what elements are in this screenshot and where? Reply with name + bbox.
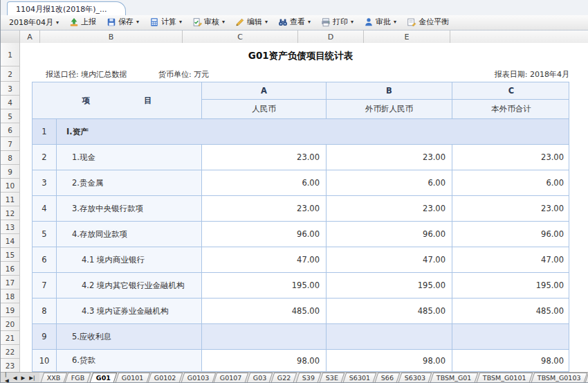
table-row-8-value-3[interactable]: 485.00 xyxy=(452,299,569,324)
table-row-5-number[interactable]: 5 xyxy=(33,222,57,247)
sheet-nav-first-icon[interactable]: |◀ xyxy=(3,371,11,383)
sheet-tab-TBSM_G01[interactable]: TBSM_G01 xyxy=(430,373,478,382)
sheet-tab-G0103[interactable]: G0103 xyxy=(181,373,215,382)
calculate-button[interactable]: 计算▾ xyxy=(145,15,186,28)
audit-button[interactable]: 审核▾ xyxy=(188,15,229,28)
table-row-7-item[interactable]: 4.2 境内其它银行业金融机构 xyxy=(57,273,202,299)
row-header-13[interactable]: 13 xyxy=(1,220,20,234)
sheet-tab-FGB[interactable]: FGB xyxy=(65,373,91,382)
row-header-12[interactable]: 12 xyxy=(1,206,20,220)
table-row-2-value-1[interactable]: 23.00 xyxy=(202,145,327,170)
table-row-5-value-3[interactable]: 96.00 xyxy=(452,222,569,247)
sheet-tab-S39[interactable]: S39 xyxy=(295,373,321,382)
table-row-8-value-1[interactable]: 485.00 xyxy=(202,299,327,324)
table-row-4-value-1[interactable]: 23.00 xyxy=(202,196,327,222)
sheet-tab-G0101[interactable]: G0101 xyxy=(115,373,149,382)
sheet-tab-G03[interactable]: G03 xyxy=(246,373,273,382)
row-header-19[interactable]: 19 xyxy=(1,303,20,317)
table-row-8-item[interactable]: 4.3 境内证券业金融机构 xyxy=(57,299,202,324)
row-header-17[interactable]: 17 xyxy=(1,276,20,290)
submit-button[interactable]: 上报 xyxy=(65,15,100,28)
table-row-6-value-1[interactable]: 47.00 xyxy=(202,247,327,273)
document-tab[interactable]: 1104月报1改(2018年)_... xyxy=(7,1,126,16)
row-header-18[interactable]: 18 xyxy=(1,290,20,303)
sheet-tab-TBSM_G0103[interactable]: TBSM_G0103 xyxy=(531,373,587,382)
row-header-21[interactable]: 21 xyxy=(1,331,20,345)
sheet-tab-XXB[interactable]: XXB xyxy=(40,373,66,382)
table-row-7-value-1[interactable]: 195.00 xyxy=(202,273,327,299)
table-row-9-value-3[interactable] xyxy=(452,324,569,350)
sheet-tab-TBSM_G0101[interactable]: TBSM_G0101 xyxy=(477,373,533,382)
edit-button[interactable]: 编辑▾ xyxy=(231,15,272,28)
grid-corner-cell[interactable] xyxy=(1,30,20,43)
column-header-C[interactable]: C xyxy=(183,30,298,43)
table-row-4-value-3[interactable]: 23.00 xyxy=(452,196,569,222)
row-header-1[interactable]: 1 xyxy=(1,43,20,66)
row-header-6[interactable]: 6 xyxy=(1,123,20,137)
table-row-2-item[interactable]: 1.现金 xyxy=(57,145,202,170)
table-row-3-number[interactable]: 3 xyxy=(33,170,57,196)
row-header-11[interactable]: 11 xyxy=(1,193,20,206)
save-button[interactable]: 保存▾ xyxy=(102,15,143,28)
table-row-9-value-1[interactable] xyxy=(202,324,327,350)
row-header-16[interactable]: 16 xyxy=(1,262,20,276)
row-header-3[interactable]: 3 xyxy=(1,82,20,96)
table-row-4-number[interactable]: 4 xyxy=(33,196,57,222)
table-row-2-value-2[interactable]: 23.00 xyxy=(327,145,452,170)
sheet-tab-S66[interactable]: S66 xyxy=(375,373,401,382)
table-row-4-item[interactable]: 3.存放中央银行款项 xyxy=(57,196,202,222)
sheet-tab-S6303[interactable]: S6303 xyxy=(398,373,432,382)
row-header-10[interactable]: 10 xyxy=(1,179,20,193)
table-row-9-number[interactable]: 9 xyxy=(33,324,57,350)
table-row-9-value-2[interactable] xyxy=(327,324,452,350)
table-row-10-item[interactable]: 6.贷款 xyxy=(57,350,202,372)
row-header-9[interactable]: 9 xyxy=(1,165,20,179)
sheet-tab-G0102[interactable]: G0102 xyxy=(148,373,183,382)
table-row-5-value-2[interactable]: 96.00 xyxy=(327,222,452,247)
table-row-3-value-2[interactable]: 6.00 xyxy=(327,170,452,196)
table-row-3-item[interactable]: 2.贵金属 xyxy=(57,170,202,196)
balance-button[interactable]: 金位平衡 xyxy=(403,15,453,28)
sheet-nav-next-icon[interactable]: ▶ xyxy=(19,375,28,381)
table-row-3-value-3[interactable]: 6.00 xyxy=(452,170,569,196)
row-header-4[interactable]: 4 xyxy=(1,96,20,109)
table-row-4-value-2[interactable]: 23.00 xyxy=(327,196,452,222)
sheet-nav-prev-icon[interactable]: ◀ xyxy=(11,375,19,381)
view-button[interactable]: 查看▾ xyxy=(274,15,315,28)
table-row-8-value-2[interactable]: 485.00 xyxy=(327,299,452,324)
sheet-tab-S3E[interactable]: S3E xyxy=(319,373,344,382)
row-header-5[interactable]: 5 xyxy=(1,109,20,123)
table-row-1-item[interactable]: Ⅰ.资产 xyxy=(57,119,569,145)
table-row-7-number[interactable]: 7 xyxy=(33,273,57,299)
row-header-2[interactable]: 2 xyxy=(1,66,20,82)
table-row-10-value-3[interactable]: 98.00 xyxy=(452,350,569,372)
table-row-5-item[interactable]: 4.存放同业款项 xyxy=(57,222,202,247)
table-row-10-number[interactable]: 10 xyxy=(33,350,57,372)
row-header-23[interactable]: 23 xyxy=(1,359,20,373)
table-row-6-item[interactable]: 4.1 境内商业银行 xyxy=(57,247,202,273)
table-row-9-item[interactable]: 5.应收利息 xyxy=(57,324,202,350)
table-row-7-value-2[interactable]: 195.00 xyxy=(327,273,452,299)
sheet-nav-last-icon[interactable]: ▶| xyxy=(27,375,37,381)
row-header-8[interactable]: 8 xyxy=(1,151,20,165)
table-row-10-value-2[interactable]: 98.00 xyxy=(327,350,452,372)
table-row-1-number[interactable]: 1 xyxy=(33,119,57,145)
table-row-2-number[interactable]: 2 xyxy=(33,145,57,170)
table-row-5-value-1[interactable]: 96.00 xyxy=(202,222,327,247)
row-header-14[interactable]: 14 xyxy=(1,234,20,248)
sheet-tab-S6301[interactable]: S6301 xyxy=(343,373,377,382)
table-row-3-value-1[interactable]: 6.00 xyxy=(202,170,327,196)
table-row-6-value-3[interactable]: 47.00 xyxy=(452,247,569,273)
column-header-D[interactable]: D xyxy=(298,30,364,43)
row-header-20[interactable]: 20 xyxy=(1,317,20,331)
table-row-8-number[interactable]: 8 xyxy=(33,299,57,324)
column-header-E[interactable]: E xyxy=(364,30,450,43)
column-header-B[interactable]: B xyxy=(40,30,183,43)
sheet-tab-G22[interactable]: G22 xyxy=(271,373,297,382)
table-row-10-value-1[interactable]: 98.00 xyxy=(202,350,327,372)
row-header-7[interactable]: 7 xyxy=(1,137,20,151)
sheet-tab-G01[interactable]: G01 xyxy=(89,373,117,382)
row-header-22[interactable]: 22 xyxy=(1,345,20,359)
sheet-tab-G0107[interactable]: G0107 xyxy=(214,373,248,382)
period-dropdown[interactable]: 2018年04月 ▾ xyxy=(5,16,63,29)
